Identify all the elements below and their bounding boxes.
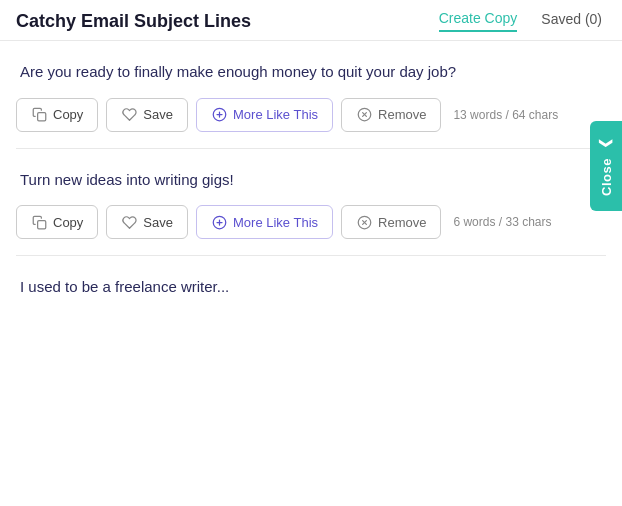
page-header: Catchy Email Subject Lines Create Copy S… <box>0 0 622 41</box>
result-text-1: Are you ready to finally make enough mon… <box>16 61 606 84</box>
remove-button-2[interactable]: Remove <box>341 205 441 239</box>
result-item-1: Are you ready to finally make enough mon… <box>16 41 606 149</box>
more-label-1: More Like This <box>233 107 318 122</box>
result-text-3: I used to be a freelance writer... <box>16 276 606 299</box>
svg-rect-7 <box>37 220 45 228</box>
more-icon-1 <box>211 107 227 123</box>
svg-rect-0 <box>37 113 45 121</box>
copy-button-2[interactable]: Copy <box>16 205 98 239</box>
copy-label-2: Copy <box>53 215 83 230</box>
action-row-2: Copy Save More Like This <box>16 205 606 239</box>
result-text-2: Turn new ideas into writing gigs! <box>16 169 606 192</box>
copy-icon-2 <box>31 214 47 230</box>
result-item-2: Turn new ideas into writing gigs! Copy <box>16 149 606 257</box>
copy-label-1: Copy <box>53 107 83 122</box>
tab-create-copy[interactable]: Create Copy <box>439 10 518 32</box>
tab-saved[interactable]: Saved (0) <box>541 11 602 31</box>
more-like-this-button-1[interactable]: More Like This <box>196 98 333 132</box>
remove-button-1[interactable]: Remove <box>341 98 441 132</box>
remove-label-1: Remove <box>378 107 426 122</box>
main-content: ❯ Close Are you ready to finally make en… <box>0 41 622 299</box>
remove-icon-2 <box>356 214 372 230</box>
copy-button-1[interactable]: Copy <box>16 98 98 132</box>
close-tab-label: Close <box>599 158 614 196</box>
word-count-1: 13 words / 64 chars <box>453 108 558 122</box>
copy-icon-1 <box>31 107 47 123</box>
save-label-1: Save <box>143 107 173 122</box>
save-button-1[interactable]: Save <box>106 98 188 132</box>
save-icon-1 <box>121 107 137 123</box>
more-label-2: More Like This <box>233 215 318 230</box>
close-arrow-icon: ❯ <box>599 136 613 150</box>
save-label-2: Save <box>143 215 173 230</box>
page-title: Catchy Email Subject Lines <box>16 11 251 32</box>
remove-label-2: Remove <box>378 215 426 230</box>
header-tabs: Create Copy Saved (0) <box>439 10 602 32</box>
word-count-2: 6 words / 33 chars <box>453 215 551 229</box>
save-button-2[interactable]: Save <box>106 205 188 239</box>
save-icon-2 <box>121 214 137 230</box>
more-like-this-button-2[interactable]: More Like This <box>196 205 333 239</box>
remove-icon-1 <box>356 107 372 123</box>
close-tab[interactable]: ❯ Close <box>590 121 622 211</box>
result-item-3: I used to be a freelance writer... <box>16 256 606 299</box>
action-row-1: Copy Save More Like This <box>16 98 606 132</box>
more-icon-2 <box>211 214 227 230</box>
